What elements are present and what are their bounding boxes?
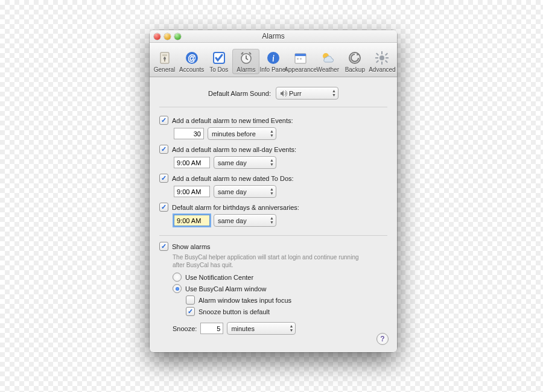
at-sign-icon: @ (184, 50, 200, 66)
snooze-value-field[interactable] (200, 323, 223, 334)
tab-backup[interactable]: Backup (341, 49, 369, 74)
snooze-unit-select[interactable]: minutes ▲▼ (227, 322, 296, 335)
stepper-arrows-icon: ▲▼ (270, 216, 274, 224)
birthdays-label: Default alarm for birthdays & anniversar… (172, 204, 299, 211)
svg-rect-11 (295, 54, 306, 56)
svg-rect-1 (162, 54, 167, 56)
backup-icon (347, 50, 363, 66)
timed-events-checkbox[interactable]: ✓ (159, 116, 168, 125)
input-focus-label: Alarm window takes input focus (198, 297, 291, 304)
tab-info-panel[interactable]: i Info Panel (259, 49, 287, 74)
use-busycal-window-radio[interactable] (173, 284, 182, 293)
gear-icon (374, 50, 390, 66)
show-alarms-help-text: The BusyCal helper application will star… (173, 253, 372, 269)
svg-rect-19 (375, 57, 378, 58)
svg-rect-22 (385, 60, 388, 63)
svg-text:@: @ (188, 53, 196, 63)
use-notification-center-label: Use Notification Center (185, 274, 253, 281)
default-sound-row: Default Alarm Sound: Purr ▲▼ (159, 83, 387, 107)
tab-accounts[interactable]: @ Accounts (178, 49, 205, 74)
preferences-window: Alarms General @ Accounts To Dos Alarms (150, 30, 397, 352)
tab-alarms[interactable]: Alarms (232, 49, 259, 74)
svg-rect-21 (376, 53, 379, 56)
tab-label: Accounts (179, 66, 204, 73)
snooze-default-checkbox[interactable]: ✓ (186, 307, 195, 316)
allday-events-time-field[interactable] (174, 157, 210, 168)
alarm-clock-icon (238, 50, 254, 66)
svg-rect-24 (376, 60, 379, 63)
tab-general[interactable]: General (151, 49, 178, 74)
titlebar: Alarms (150, 30, 397, 43)
show-alarms-label: Show alarms (172, 243, 211, 250)
show-alarms-checkbox[interactable]: ✓ (159, 242, 168, 251)
stepper-arrows-icon: ▲▼ (289, 324, 293, 332)
todos-checkbox[interactable]: ✓ (159, 174, 168, 183)
tab-appearance[interactable]: Appearance (287, 49, 314, 74)
svg-rect-23 (385, 53, 388, 56)
birthdays-checkbox[interactable]: ✓ (159, 203, 168, 212)
input-focus-checkbox[interactable]: ✓ (186, 296, 195, 305)
preferences-toolbar: General @ Accounts To Dos Alarms i Info … (150, 43, 397, 77)
tab-label: Info Panel (259, 66, 287, 73)
allday-events-checkbox[interactable]: ✓ (159, 145, 168, 154)
birthdays-day-select[interactable]: same day ▲▼ (214, 214, 276, 227)
tab-label: To Dos (209, 66, 228, 73)
tab-advanced[interactable]: Advanced (369, 49, 396, 74)
timed-events-unit-select[interactable]: minutes before ▲▼ (208, 127, 276, 140)
todos-label: Add a default alarm to new dated To Dos: (172, 175, 294, 182)
svg-rect-18 (381, 62, 383, 65)
birthdays-time-field[interactable] (174, 215, 210, 226)
allday-events-day-select[interactable]: same day ▲▼ (214, 156, 276, 169)
slider-icon (157, 50, 173, 66)
speaker-icon (280, 90, 287, 96)
default-sound-value: Purr (289, 90, 302, 97)
svg-rect-12 (297, 58, 299, 60)
tab-label: General (154, 66, 176, 73)
svg-rect-20 (386, 57, 389, 58)
tab-label: Alarms (237, 66, 255, 73)
stepper-arrows-icon: ▲▼ (270, 129, 274, 138)
svg-point-3 (164, 57, 166, 60)
snooze-default-label: Snooze button is default (198, 308, 270, 315)
weather-icon (320, 50, 335, 66)
help-button[interactable]: ? (376, 333, 389, 345)
timed-events-minutes-field[interactable] (174, 128, 204, 139)
snooze-label: Snooze: (173, 325, 197, 332)
stepper-arrows-icon: ▲▼ (332, 89, 336, 97)
allday-events-label: Add a default alarm to new all-day Event… (172, 146, 296, 153)
svg-text:i: i (272, 54, 275, 63)
calendar-icon (293, 50, 308, 66)
tab-label: Backup (345, 66, 365, 73)
todos-day-select[interactable]: same day ▲▼ (214, 185, 276, 198)
todos-time-field[interactable] (174, 186, 210, 197)
divider (159, 235, 387, 236)
use-busycal-window-label: Use BusyCal Alarm window (185, 285, 267, 292)
window-title: Alarms (150, 32, 397, 40)
tab-label: Weather (316, 66, 339, 73)
tab-weather[interactable]: Weather (314, 49, 341, 74)
info-icon: i (265, 50, 281, 66)
stepper-arrows-icon: ▲▼ (270, 187, 274, 195)
default-sound-select[interactable]: Purr ▲▼ (276, 87, 338, 100)
checkbox-icon (211, 50, 227, 66)
svg-point-16 (379, 55, 384, 60)
use-notification-center-radio[interactable] (173, 273, 182, 282)
tab-todos[interactable]: To Dos (205, 49, 232, 74)
tab-label: Advanced (369, 66, 395, 73)
svg-rect-17 (381, 51, 383, 54)
svg-rect-13 (300, 58, 302, 60)
preferences-body: Default Alarm Sound: Purr ▲▼ ✓ Add a def… (150, 77, 397, 342)
timed-events-label: Add a default alarm to new timed Events: (172, 117, 293, 124)
tab-label: Appearance (284, 66, 317, 73)
stepper-arrows-icon: ▲▼ (270, 158, 274, 166)
default-sound-label: Default Alarm Sound: (208, 90, 271, 97)
